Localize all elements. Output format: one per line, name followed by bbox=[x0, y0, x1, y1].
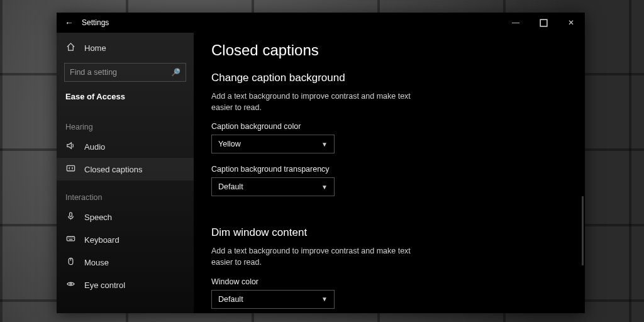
maximize-icon bbox=[539, 18, 548, 28]
svg-rect-3 bbox=[67, 236, 74, 241]
maximize-button[interactable] bbox=[530, 13, 557, 33]
breadcrumb: Ease of Access bbox=[57, 88, 194, 110]
chevron-down-icon: ▼ bbox=[321, 296, 328, 303]
section-description: Add a text background to improve contras… bbox=[211, 245, 425, 268]
caption-bg-transparency-dropdown[interactable]: Default ▼ bbox=[211, 177, 335, 196]
scrollbar[interactable] bbox=[582, 196, 584, 265]
home-icon bbox=[65, 42, 75, 53]
dropdown-value: Default bbox=[218, 182, 243, 191]
sidebar-item-audio[interactable]: Audio bbox=[57, 135, 194, 158]
search-icon: 🔍 bbox=[171, 68, 180, 77]
svg-rect-2 bbox=[69, 213, 72, 217]
back-button[interactable]: ← bbox=[57, 18, 82, 28]
sidebar-item-label: Keyboard bbox=[84, 235, 119, 245]
settings-window: ← Settings — ✕ Home 🔍 Ease of Access bbox=[57, 13, 585, 313]
cc-icon bbox=[65, 164, 75, 175]
search-input[interactable] bbox=[70, 68, 171, 77]
section-description: Add a text background to improve contras… bbox=[211, 91, 425, 113]
section-heading: Change caption background bbox=[211, 72, 567, 84]
sidebar-item-keyboard[interactable]: Keyboard bbox=[57, 228, 194, 251]
mic-icon bbox=[65, 211, 75, 223]
sidebar-item-label: Mouse bbox=[84, 258, 109, 267]
sidebar-item-mouse[interactable]: Mouse bbox=[57, 251, 194, 274]
caption-bg-color-dropdown[interactable]: Yellow ▼ bbox=[211, 135, 335, 153]
sidebar-item-label: Eye control bbox=[84, 280, 125, 290]
sidebar-item-closed-captions[interactable]: Closed captions bbox=[57, 158, 194, 180]
field-label: Window color bbox=[211, 277, 567, 286]
close-button[interactable]: ✕ bbox=[557, 13, 585, 33]
content-pane: Closed captions Change caption backgroun… bbox=[194, 33, 585, 313]
sidebar-item-speech[interactable]: Speech bbox=[57, 206, 194, 228]
section-heading: Dim window content bbox=[211, 226, 567, 239]
svg-point-5 bbox=[70, 283, 72, 285]
dropdown-value: Yellow bbox=[218, 140, 241, 148]
page-title: Closed captions bbox=[211, 42, 567, 59]
keyboard-icon bbox=[65, 234, 75, 245]
window-title: Settings bbox=[82, 18, 109, 27]
sidebar: Home 🔍 Ease of Access Hearing Audio bbox=[57, 33, 194, 313]
sidebar-item-label: Speech bbox=[84, 213, 112, 222]
svg-rect-1 bbox=[67, 165, 74, 170]
sidebar-item-home[interactable]: Home bbox=[57, 36, 194, 59]
chevron-down-icon: ▼ bbox=[321, 184, 328, 191]
titlebar: ← Settings — ✕ bbox=[57, 13, 585, 33]
sidebar-group-label: Hearing bbox=[57, 110, 194, 135]
chevron-down-icon: ▼ bbox=[321, 141, 328, 148]
search-box[interactable]: 🔍 bbox=[64, 63, 186, 82]
minimize-button[interactable]: — bbox=[502, 13, 530, 33]
audio-icon bbox=[65, 141, 75, 152]
svg-rect-0 bbox=[540, 19, 547, 26]
window-color-dropdown[interactable]: Default ▼ bbox=[211, 290, 335, 309]
field-label: Caption background transparency bbox=[211, 165, 567, 174]
field-label: Caption background color bbox=[211, 122, 567, 131]
mouse-icon bbox=[65, 257, 75, 268]
eye-icon bbox=[65, 279, 75, 291]
dropdown-value: Default bbox=[218, 295, 243, 304]
sidebar-item-label: Closed captions bbox=[84, 165, 143, 174]
sidebar-item-eye-control[interactable]: Eye control bbox=[57, 274, 194, 296]
sidebar-item-label: Home bbox=[84, 43, 106, 53]
sidebar-item-label: Audio bbox=[84, 142, 105, 152]
sidebar-group-label: Interaction bbox=[57, 180, 194, 206]
